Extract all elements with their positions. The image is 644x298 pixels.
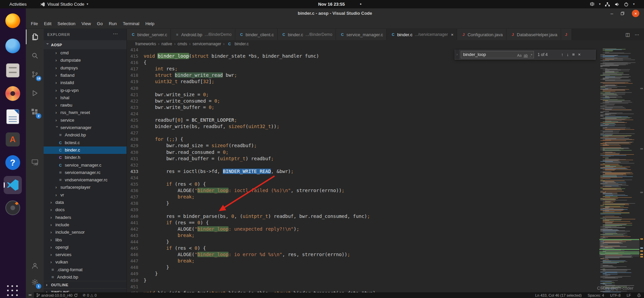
tree-folder-dumpsys[interactable]: ›dumpsys xyxy=(44,64,127,72)
minimap-slider[interactable] xyxy=(599,239,639,257)
tree-folder-installd[interactable]: ›installd xyxy=(44,79,127,86)
tab-service_manager.c[interactable]: Cservice_manager.c xyxy=(336,29,387,40)
minimize-button[interactable]: – xyxy=(610,11,613,16)
code-line-421[interactable]: 421 bwr.write_size = 0; xyxy=(127,92,599,98)
tree-folder-libs[interactable]: ›libs xyxy=(44,236,127,244)
tree-folder-flatland[interactable]: ›flatland xyxy=(44,72,127,79)
code-line-419[interactable]: 419 uint32_t readbuf[32]; xyxy=(127,78,599,85)
code-line-444[interactable]: 444 } xyxy=(127,239,599,245)
git-branch-status[interactable]: android-10.0.0_r40 xyxy=(34,292,80,298)
dock-ubuntu-software-icon[interactable]: A xyxy=(4,130,22,148)
find-replace-toggle[interactable]: › xyxy=(455,50,459,59)
system-tray[interactable]: ▾ ▾ xyxy=(590,0,635,8)
dock-help-icon[interactable]: ? xyxy=(4,154,22,172)
code-editor[interactable]: 414415void binder_loop(struct binder_sta… xyxy=(127,48,644,292)
tree-folder-service[interactable]: ›service xyxy=(44,117,127,124)
breadcrumb-item[interactable]: binder.c xyxy=(235,42,249,46)
notifications-bell-icon[interactable] xyxy=(634,292,644,298)
remote-explorer-icon[interactable] xyxy=(26,155,44,170)
dock-firefox-icon[interactable] xyxy=(4,12,22,30)
tree-folder-opengl[interactable]: ›opengl xyxy=(44,244,127,251)
tree-folder-servicemanager[interactable]: ›servicemanager xyxy=(44,124,127,131)
code-line-422[interactable]: 422 bwr.write_consumed = 0; xyxy=(127,98,599,105)
code-line-430[interactable]: 430 bwr.read_consumed = 0; xyxy=(127,149,599,156)
tree-folder-include[interactable]: ›include xyxy=(44,221,127,229)
tab-binder_client.c[interactable]: Cbinder_client.c xyxy=(235,29,278,40)
tree-file-service_manager.c[interactable]: Cservice_manager.c xyxy=(44,162,127,169)
tree-folder-include_sensor[interactable]: ›include_sensor xyxy=(44,229,127,236)
code-line-426[interactable]: 426 binder_write(bs, readbuf, sizeof(uin… xyxy=(127,123,599,130)
search-icon[interactable] xyxy=(26,48,44,63)
code-line-447[interactable]: 447 break; xyxy=(127,258,599,264)
code-line-428[interactable]: 428 for (;;) { xyxy=(127,136,599,143)
code-line-445[interactable]: 445 if (res < 0) { xyxy=(127,245,599,252)
code-line-436[interactable]: 436 ALOGE("binder_loop: ioctl failed (%s… xyxy=(127,187,599,194)
whole-word-icon[interactable]: ab xyxy=(524,52,528,59)
code-line-437[interactable]: 437 break; xyxy=(127,194,599,200)
run-debug-icon[interactable] xyxy=(26,86,44,101)
tree-folder-rawbu[interactable]: ›rawbu xyxy=(44,102,127,109)
find-previous-icon[interactable]: ↑ xyxy=(561,52,563,57)
tree-file-Android.bp[interactable]: ≡Android.bp xyxy=(44,131,127,139)
code-line-429[interactable]: 429 bwr.read_size = sizeof(readbuf); xyxy=(127,142,599,149)
menu-edit[interactable]: Edit xyxy=(41,19,54,28)
menu-help[interactable]: Help xyxy=(142,19,157,28)
code-line-446[interactable]: 446 ALOGE("binder_loop: io error %d %s\n… xyxy=(127,251,599,258)
tree-folder-lshal[interactable]: ›lshal xyxy=(44,94,127,102)
titlebar[interactable]: binder.c - aosp - Visual Studio Code – × xyxy=(26,8,644,18)
code-line-427[interactable]: 427 xyxy=(127,130,599,136)
tab-binder.c[interactable]: Cbinder.c.../BinderDemo xyxy=(278,29,336,40)
code-line-439[interactable]: 439 xyxy=(127,206,599,213)
breadcrumb[interactable]: frameworks›native›cmds›servicemanager›Cb… xyxy=(127,40,644,48)
tab-binder.c[interactable]: Cbinder.c.../servicemanager× xyxy=(387,29,457,40)
dock-libreoffice-writer-icon[interactable] xyxy=(4,108,22,126)
tree-folder-rss_hwm_reset[interactable]: ›rss_hwm_reset xyxy=(44,109,127,116)
breadcrumb-item[interactable]: servicemanager xyxy=(193,42,221,46)
code-line-449[interactable]: 449 } xyxy=(127,271,599,277)
activities-button[interactable]: Activities xyxy=(5,0,31,8)
find-input[interactable]: binder_loop Aa ab .* xyxy=(461,51,534,58)
menu-selection[interactable]: Selection xyxy=(54,19,78,28)
explorer-more-actions[interactable]: ⋯ xyxy=(113,31,118,37)
regex-icon[interactable]: .* xyxy=(530,52,532,59)
account-icon[interactable] xyxy=(26,258,44,273)
dock-rhythmbox-icon[interactable] xyxy=(4,84,22,103)
tree-file-bctest.c[interactable]: Cbctest.c xyxy=(44,139,127,146)
dock-media-player-icon[interactable] xyxy=(4,199,22,217)
tab-close-icon[interactable]: × xyxy=(451,32,454,37)
clock[interactable]: Nov 16 23:55 xyxy=(318,0,345,8)
tree-folder-ip-up-vpn[interactable]: ›ip-up-vpn xyxy=(44,87,127,94)
menu-view[interactable]: View xyxy=(79,19,94,28)
code-line-420[interactable]: 420 xyxy=(127,85,599,92)
indentation-status[interactable]: Spaces: 4 xyxy=(585,292,607,298)
settings-gear-icon[interactable]: 1 xyxy=(26,275,44,290)
encoding-status[interactable]: UTF-8 xyxy=(607,292,624,298)
menu-file[interactable]: File xyxy=(28,19,41,28)
app-menu[interactable]: Visual Studio Code ▾ xyxy=(40,0,88,8)
breadcrumb-item[interactable]: native xyxy=(161,42,172,46)
code-line-443[interactable]: 443 break; xyxy=(127,232,599,239)
code-line-432[interactable]: 432 xyxy=(127,162,599,169)
restore-button[interactable] xyxy=(621,11,625,15)
code-line-440[interactable]: 440 res = binder_parse(bs, 0, (uintptr_t… xyxy=(127,213,599,220)
outline-section[interactable]: ›OUTLINE xyxy=(44,281,127,288)
tree-folder-vr[interactable]: ›vr xyxy=(44,191,127,199)
workspace-section-aosp[interactable]: ›AOSP xyxy=(44,40,127,49)
code-line-418[interactable]: 418 struct binder_write_read bwr; xyxy=(127,72,599,79)
split-editor-icon[interactable]: ◫ xyxy=(626,32,630,37)
find-next-icon[interactable]: ↓ xyxy=(567,52,569,57)
code-line-425[interactable]: 425 readbuf[0] = BC_ENTER_LOOPER; xyxy=(127,117,599,124)
breadcrumb-item[interactable]: cmds xyxy=(178,42,187,46)
tab-Android.bp[interactable]: ≡Android.bp.../BinderDemo xyxy=(171,29,235,40)
code-line-435[interactable]: 435 if (res < 0) { xyxy=(127,181,599,188)
tree-folder-dumpstate[interactable]: ›dumpstate xyxy=(44,57,127,64)
code-line-452[interactable]: 452void bio_init_from_txn(struct binder_… xyxy=(127,290,599,292)
tree-folder-services[interactable]: ›services xyxy=(44,251,127,258)
show-applications-button[interactable] xyxy=(7,285,18,297)
menu-terminal[interactable]: Terminal xyxy=(120,19,142,28)
tree-file-vndservicemanager.rc[interactable]: ≡vndservicemanager.rc xyxy=(44,176,127,184)
code-line-433[interactable]: 433 res = ioctl(bs->fd, BINDER_WRITE_REA… xyxy=(127,168,599,175)
tree-file-servicemanager.rc[interactable]: ≡servicemanager.rc xyxy=(44,169,127,176)
tab-partial[interactable]: J xyxy=(561,29,572,40)
code-line-417[interactable]: 417 int res; xyxy=(127,66,599,72)
